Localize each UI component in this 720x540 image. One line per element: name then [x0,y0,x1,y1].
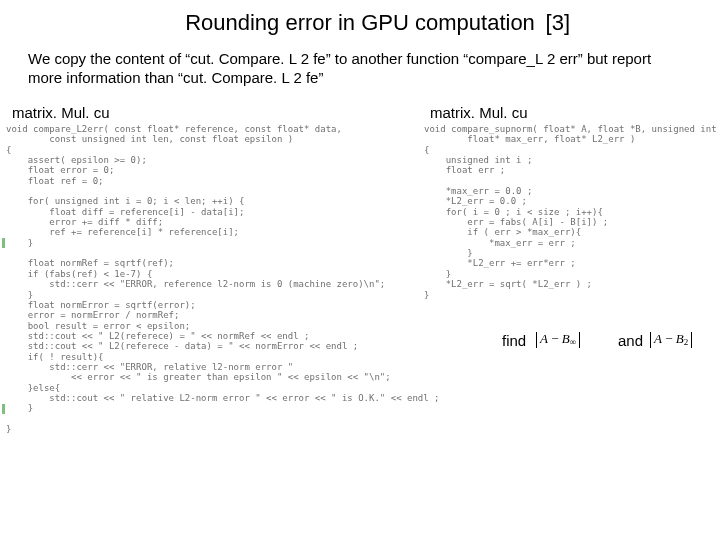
body-text: We copy the content of “cut. Compare. L … [28,50,668,88]
code-right-text: void compare_supnorm( float* A, float *B… [424,124,716,300]
change-bar-icon [2,238,5,248]
norm-inf: A − B∞ [536,332,580,348]
find-label: find [502,332,526,349]
slide-index: [3] [546,10,570,36]
caption-right: matrix. Mul. cu [430,104,528,121]
norm-2-expr: A − B [654,331,684,346]
change-bar-icon [2,404,5,414]
norm-2: A − B2 [650,332,692,348]
norm-inf-sub: ∞ [570,337,576,347]
code-block-right: void compare_supnorm( float* A, float *B… [424,124,716,300]
and-label: and [618,332,643,349]
slide-title: Rounding error in GPU computation [185,10,535,35]
norm-2-sub: 2 [684,337,689,347]
code-block-left: void compare_L2err( const float* referen… [6,124,414,434]
norm-inf-expr: A − B [540,331,570,346]
caption-left: matrix. Mul. cu [12,104,110,121]
code-left-text: void compare_L2err( const float* referen… [6,124,414,434]
